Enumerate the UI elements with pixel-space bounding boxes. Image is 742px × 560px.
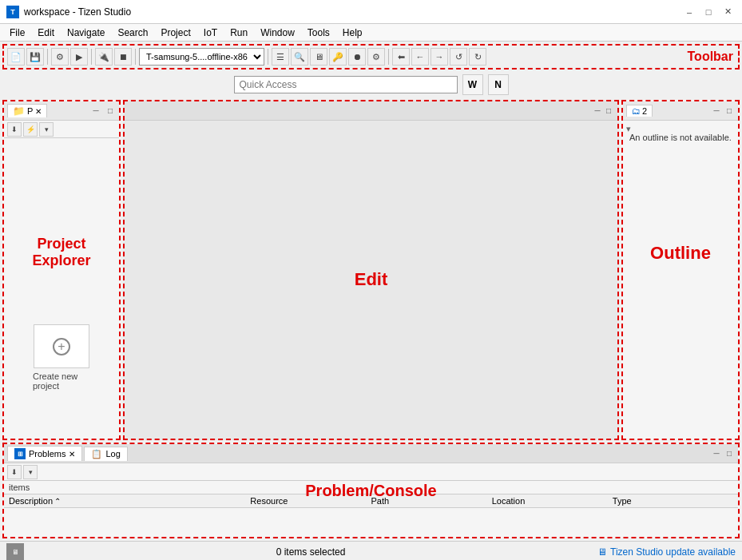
toolbar-stop-button[interactable]: ⏹ — [114, 48, 132, 66]
workspace-icon-w[interactable]: W — [462, 74, 483, 95]
problems-maximize-icon[interactable]: □ — [724, 448, 735, 459]
outline-label: Outline — [650, 243, 711, 264]
pe-maximize-icon[interactable]: □ — [105, 105, 116, 117]
menu-project[interactable]: Project — [154, 24, 196, 42]
toolbar-key-button[interactable]: 🔑 — [329, 48, 347, 66]
problems-tab-icon: ⊞ — [14, 448, 26, 459]
update-available-link[interactable]: 🖥 Tizen Studio update available — [597, 546, 736, 558]
outline-maximize-icon[interactable]: □ — [724, 105, 735, 117]
menu-file[interactable]: File — [3, 24, 31, 42]
update-icon: 🖥 — [597, 546, 607, 558]
outline-message: An outline is not available. — [623, 129, 738, 145]
toolbar-list-button[interactable]: ☰ — [272, 48, 289, 66]
outline-panel: 🗂 2 ─ □ ▾ An outline is not available. O… — [621, 100, 740, 440]
menu-iot[interactable]: IoT — [197, 24, 224, 42]
toolbar-back-button[interactable]: ⬅ — [392, 48, 410, 66]
toolbar-forward-button[interactable]: → — [431, 48, 448, 66]
outline-minimize-icon[interactable]: ─ — [711, 105, 722, 117]
problems-tab-close[interactable]: ✕ — [69, 450, 75, 459]
edit-panel: ─ □ Edit — [123, 100, 619, 440]
toolbar-screen-button[interactable]: 🖥 — [310, 48, 327, 66]
project-explorer-label: Project Explorer — [32, 236, 90, 270]
project-explorer-toolbar: ⬇ ⚡ ▾ — [4, 121, 119, 138]
pe-toolbar-dropdown[interactable]: ▾ — [39, 122, 54, 137]
status-icon[interactable]: 🖥 — [6, 543, 24, 561]
toolbar-sep-1 — [47, 49, 48, 65]
plus-circle-icon: + — [53, 338, 70, 355]
menu-navigate[interactable]: Navigate — [61, 24, 111, 42]
problems-toolbar: ⬇ ▾ — [4, 463, 738, 481]
window-controls: – □ ✕ — [681, 5, 736, 19]
col-description: Description ⌃ — [9, 496, 250, 506]
menu-bar: File Edit Navigate Search Project IoT Ru… — [0, 24, 742, 42]
problems-tabs: ⊞ Problems ✕ 📋 Log ─ □ — [4, 444, 738, 463]
outline-header: 🗂 2 ─ □ — [623, 101, 738, 121]
create-project-area[interactable]: + Create new project — [33, 324, 90, 391]
toolbar-back2-button[interactable]: ← — [411, 48, 429, 66]
quick-access-input[interactable] — [234, 76, 458, 93]
problems-tab[interactable]: ⊞ Problems ✕ — [7, 446, 82, 461]
main-layout: 📁 P ✕ ─ □ ⬇ ⚡ ▾ Project Explorer + — [0, 97, 742, 541]
project-explorer-panel: 📁 P ✕ ─ □ ⬇ ⚡ ▾ Project Explorer + — [2, 100, 121, 440]
toolbar-record-button[interactable]: ⏺ — [348, 48, 366, 66]
create-project-box[interactable]: + — [34, 324, 89, 368]
toolbar-sep-4 — [268, 49, 268, 65]
toolbar-settings-button[interactable]: ⚙ — [367, 48, 385, 66]
problems-minimize-icon[interactable]: ─ — [711, 448, 722, 459]
problems-panel: ⊞ Problems ✕ 📋 Log ─ □ Problem/Console ⬇… — [2, 443, 740, 538]
items-selected-label: 0 items selected — [276, 546, 346, 558]
menu-help[interactable]: Help — [336, 24, 369, 42]
workspace-icon-n[interactable]: N — [488, 74, 509, 95]
toolbar-sep-5 — [388, 49, 389, 65]
problems-label: Problem/Console — [305, 482, 436, 500]
minimize-button[interactable]: – — [681, 5, 697, 19]
maximize-button[interactable]: □ — [700, 5, 716, 19]
status-bar: 🖥 0 items selected 🖥 Tizen Studio update… — [0, 541, 742, 560]
edit-maximize-icon[interactable]: □ — [603, 105, 614, 117]
toolbar-redo-button[interactable]: ↻ — [469, 48, 486, 66]
pe-tab-close[interactable]: ✕ — [35, 107, 42, 116]
toolbar-save-button[interactable]: 💾 — [26, 48, 44, 66]
toolbar-area: 📄 💾 ⚙ ▶ 🔌 ⏹ T-samsung-5....offline-x86 ☰… — [2, 44, 740, 70]
app-icon: T — [6, 6, 19, 18]
toolbar-label: Toolbar — [688, 50, 733, 64]
device-selector[interactable]: T-samsung-5....offline-x86 — [139, 48, 264, 66]
problems-toolbar-dropdown[interactable]: ▾ — [23, 465, 38, 479]
pe-minimize-icon[interactable]: ─ — [90, 105, 101, 117]
toolbar-sep-3 — [135, 49, 136, 65]
toolbar-connect-button[interactable]: 🔌 — [95, 48, 113, 66]
menu-run[interactable]: Run — [224, 24, 254, 42]
pe-toolbar-btn1[interactable]: ⬇ — [7, 122, 22, 137]
col-type: Type — [613, 496, 733, 506]
close-button[interactable]: ✕ — [720, 5, 736, 19]
edit-minimize-icon[interactable]: ─ — [592, 105, 603, 117]
menu-window[interactable]: Window — [254, 24, 301, 42]
menu-tools[interactable]: Tools — [301, 24, 336, 42]
toolbar-run-button[interactable]: ▶ — [70, 48, 88, 66]
edit-header: ─ □ — [125, 101, 617, 121]
toolbar-history-button[interactable]: ↺ — [450, 48, 467, 66]
project-explorer-tab[interactable]: 📁 P ✕ — [7, 104, 47, 117]
edit-label: Edit — [125, 121, 617, 439]
pe-toolbar-btn2[interactable]: ⚡ — [23, 122, 38, 137]
window-title: workspace - Tizen Studio — [24, 6, 681, 18]
toolbar-zoom-button[interactable]: 🔍 — [291, 48, 308, 66]
quick-access-bar: W N — [0, 72, 742, 97]
toolbar-sep-2 — [91, 49, 92, 65]
log-tab[interactable]: 📋 Log — [84, 447, 127, 461]
create-project-label: Create new project — [33, 371, 90, 391]
outline-tab[interactable]: 🗂 2 — [626, 105, 653, 117]
title-bar: T workspace - Tizen Studio – □ ✕ — [0, 0, 742, 24]
problems-toolbar-btn1[interactable]: ⬇ — [7, 465, 22, 479]
toolbar-new-button[interactable]: 📄 — [7, 48, 25, 66]
project-explorer-header: 📁 P ✕ ─ □ — [4, 101, 119, 121]
col-location: Location — [492, 496, 613, 506]
toolbar-debug-button[interactable]: ⚙ — [51, 48, 69, 66]
menu-edit[interactable]: Edit — [31, 24, 61, 42]
menu-search[interactable]: Search — [111, 24, 154, 42]
